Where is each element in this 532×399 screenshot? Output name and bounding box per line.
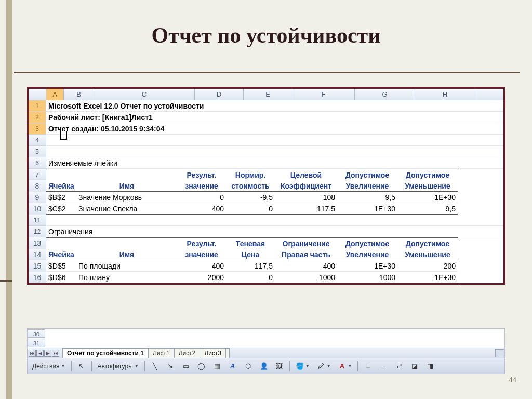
cell[interactable]: $B$2 [46,192,76,203]
cell[interactable]: -9,5 [226,192,275,203]
cell[interactable]: По плану [76,272,177,283]
tab-nav-next-icon[interactable]: ▶ [44,350,51,357]
drawing-toolbar: Действия▼ ↖ Автофигуры▼ ╲ ↘ ▭ ◯ ▦ A ⬡ 👤 … [28,358,504,374]
oval-icon[interactable]: ◯ [195,361,208,372]
textbox-icon[interactable]: ▦ [210,361,224,372]
cell[interactable]: $D$5 [46,260,76,272]
cell[interactable]: 1000 [275,272,337,283]
insert-picture-icon[interactable]: 🖼 [273,361,286,372]
arrow-style-icon[interactable]: ⇄ [392,361,406,372]
cell[interactable]: По площади [76,260,177,272]
sheet-tab-4[interactable]: Лист3 [200,348,226,358]
row-header-9[interactable]: 9 [29,192,46,203]
row-header-2[interactable]: 2 [29,112,46,123]
cell[interactable]: 9,5 [337,192,397,203]
wordart-icon[interactable]: A [226,361,240,372]
tab-nav-first-icon[interactable]: ⏮ [29,350,36,357]
cell[interactable]: 200 [397,260,458,272]
cell[interactable]: 117,5 [226,260,275,272]
row-header-16[interactable]: 16 [29,272,46,283]
row-header-1[interactable]: 1 [29,100,46,112]
row-header-7[interactable]: 7 [29,169,46,180]
hscroll-right-icon[interactable] [495,349,504,357]
col-header-e[interactable]: E [244,89,292,100]
sheet-tab-2[interactable]: Лист1 [148,348,175,358]
cell[interactable]: 117,5 [275,203,337,215]
col-header-a[interactable]: A [46,89,64,100]
row-header-15[interactable]: 15 [29,260,46,272]
col-header-b[interactable]: B [64,89,94,100]
cell[interactable]: 400 [177,260,226,272]
row-header-14[interactable]: 14 [29,249,46,260]
cell[interactable]: 1E+30 [337,260,397,272]
slide-number: 44 [509,376,516,384]
select-all-corner[interactable] [29,89,46,100]
row-header-3[interactable]: 3 [29,123,46,135]
3d-style-icon[interactable]: ◨ [423,361,437,372]
slide-title: Отчет по устойчивости [0,23,532,48]
sheet-tab-active[interactable]: Отчет по устойчивости 1 [62,348,149,358]
col-header-g[interactable]: G [355,89,415,100]
sheet-tab-end [225,348,230,358]
rectangle-icon[interactable]: ▭ [179,361,193,372]
cons-header-row: 13 Результ. Теневая Ограничение Допустим… [29,237,503,260]
shadow-style-icon[interactable]: ◪ [408,361,421,372]
column-header-row: A B C D E F G H [29,89,503,100]
row-header-11[interactable]: 11 [29,215,46,226]
arrow-icon[interactable]: ↘ [164,361,177,372]
dash-style-icon[interactable]: ┄ [377,361,390,372]
excel-bottom-frame: 30 31 ⏮ ◀ ▶ ⏭ Отчет по устойчивости 1 Ли… [27,328,505,374]
col-header-c[interactable]: C [94,89,195,100]
row-header-4[interactable]: 4 [29,135,46,146]
cell[interactable]: Значение Свекла [76,203,177,215]
vars-data: 9 $B$2 Значение Морковь 0 -9,5 108 9,5 1… [29,192,503,215]
cell[interactable]: 9,5 [397,203,458,215]
font-color-icon[interactable]: A▼ [336,361,355,372]
hd-obj: Целевой [275,169,337,180]
cell[interactable]: 1E+30 [397,192,458,203]
tab-nav-last-icon[interactable]: ⏭ [52,350,59,357]
cell[interactable]: 400 [177,203,226,215]
cell[interactable]: $C$2 [46,203,76,215]
cell[interactable]: $D$6 [46,272,76,283]
cell[interactable]: 0 [226,272,275,283]
row-header-30[interactable]: 30 [28,329,45,338]
cell[interactable]: 2000 [177,272,226,283]
cell[interactable]: 1000 [337,272,397,283]
select-objects-icon[interactable]: ↖ [75,361,88,372]
hd-dec: Допустимое [397,169,458,180]
fill-color-icon[interactable]: 🪣▼ [293,361,312,372]
line-color-icon[interactable]: 🖊▼ [314,361,334,372]
row-header-13[interactable]: 13 [29,237,46,249]
cell[interactable]: 1E+30 [397,272,458,283]
diagram-icon[interactable]: ⬡ [242,361,255,372]
autoshapes-menu-button[interactable]: Автофигуры▼ [95,361,141,371]
col-header-d[interactable]: D [195,89,244,100]
cell[interactable]: 0 [177,192,226,203]
line-icon[interactable]: ╲ [148,361,162,372]
row-header-8[interactable]: 8 [29,180,46,192]
section-constraints: Ограничения [48,226,92,237]
actions-menu-button[interactable]: Действия▼ [30,361,68,371]
cell[interactable]: 400 [275,260,337,272]
col-header-h[interactable]: H [415,89,475,100]
clipart-icon[interactable]: 👤 [257,361,271,372]
row-header-31[interactable]: 31 [28,339,45,347]
row-header-12[interactable]: 12 [29,226,46,237]
tab-nav-prev-icon[interactable]: ◀ [36,350,44,357]
section-vars: Изменяемые ячейки [48,157,117,169]
line-style-icon[interactable]: ≡ [361,361,375,372]
cell[interactable]: 1E+30 [337,203,397,215]
cell[interactable]: 0 [226,203,275,215]
sheet-tabs-bar: ⏮ ◀ ▶ ⏭ Отчет по устойчивости 1 Лист1 Ли… [28,348,504,358]
cell[interactable]: 108 [275,192,337,203]
sheet-tab-3[interactable]: Лист2 [174,348,201,358]
row-header-5[interactable]: 5 [29,146,46,157]
row-header-10[interactable]: 10 [29,203,46,215]
cell[interactable]: Значение Морковь [76,192,177,203]
cons-data: 15 $D$5 По площади 400 117,5 400 1E+30 2… [29,260,503,283]
row-header-6[interactable]: 6 [29,157,46,169]
cell-cursor [60,131,67,140]
hd-name: Имя [76,180,177,192]
col-header-f[interactable]: F [292,89,355,100]
